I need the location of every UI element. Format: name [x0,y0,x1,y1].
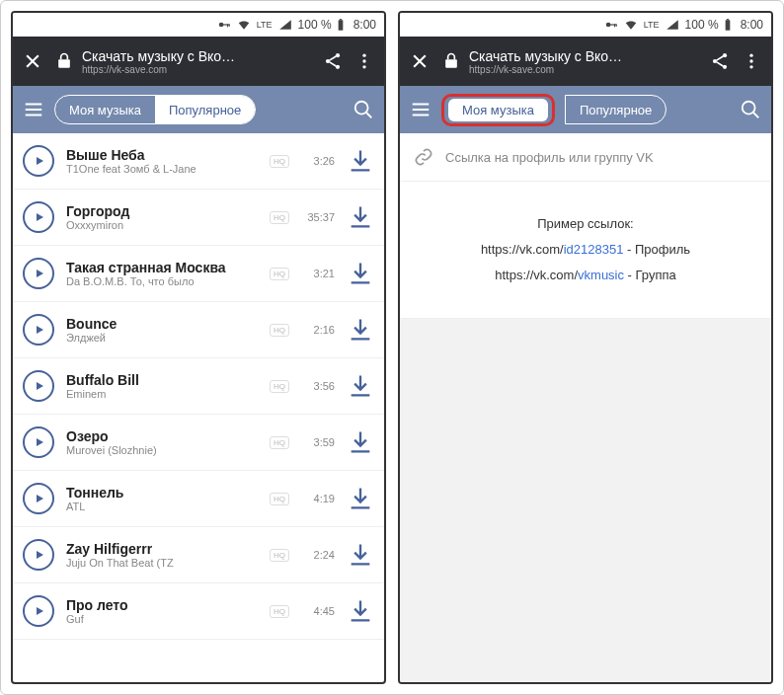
svg-rect-18 [725,20,730,30]
svg-rect-1 [223,24,229,25]
page-url: https://vk-save.com [469,64,622,75]
svg-point-0 [219,23,224,28]
tabs-bar: Моя музыка Популярное [13,86,384,133]
lte-label: LTE [644,21,660,30]
example-profile: https://vk.com/id2128351 - Профиль [414,237,757,263]
track-artist: Da B.O.M.B. То, что было [66,275,258,287]
track-duration: 3:26 [301,155,335,167]
track-row[interactable]: Zay Hilfigerrr Juju On That Beat (TZ HQ … [13,527,384,583]
track-row[interactable]: Bounce Элджей HQ 2:16 [13,302,384,358]
browser-toolbar: Скачать музыку с Вко… https://vk-save.co… [13,37,384,86]
link-input[interactable]: Ссылка на профиль или группу VK [445,150,757,165]
status-bar: LTE 100 % 8:00 [13,13,384,37]
battery: 100 % [685,18,735,32]
play-button[interactable] [23,314,54,346]
key-icon [217,18,231,32]
track-duration: 35:37 [301,211,335,223]
track-artist: Murovei (Slozhnie) [66,444,258,456]
hamburger-icon[interactable] [23,99,44,120]
track-row[interactable]: Такая странная Москва Da B.O.M.B. То, чт… [13,246,384,302]
battery-icon [721,18,735,32]
status-bar: LTE 100 % 8:00 [400,13,771,37]
track-name: Выше Неба [66,147,258,163]
menu-dots-icon[interactable] [354,51,374,71]
svg-point-11 [362,59,365,62]
battery: 100 % [298,18,348,32]
wifi-icon [237,18,251,32]
hq-badge: HQ [270,436,289,449]
example-group-link[interactable]: vkmusic [578,268,624,282]
hq-badge: HQ [270,605,289,618]
track-name: Zay Hilfigerrr [66,541,258,557]
example-profile-link[interactable]: id2128351 [564,242,624,257]
track-duration: 4:45 [301,605,335,617]
close-icon[interactable] [410,51,430,71]
tab-popular[interactable]: Популярное [155,96,255,123]
play-button[interactable] [23,145,54,177]
svg-rect-2 [227,24,228,27]
track-row[interactable]: Про лето Guf HQ 4:45 [13,583,384,640]
page-title: Скачать музыку с Вко… [82,48,235,64]
play-button[interactable] [23,370,54,402]
play-button[interactable] [23,595,54,627]
play-button[interactable] [23,201,54,233]
track-row[interactable]: Выше Неба T1One feat Зомб & L-Jane HQ 3:… [13,133,384,190]
share-icon[interactable] [710,51,730,71]
track-row[interactable]: Тоннель ATL HQ 4:19 [13,471,384,527]
play-button[interactable] [23,258,54,289]
close-icon[interactable] [23,51,42,71]
svg-rect-15 [610,24,616,25]
track-name: Тоннель [66,485,258,501]
hq-badge: HQ [270,324,289,337]
menu-dots-icon[interactable] [742,51,761,71]
svg-rect-16 [614,24,615,27]
track-duration: 3:56 [301,380,335,392]
track-duration: 2:16 [301,324,335,336]
track-name: Bounce [66,316,258,332]
track-row[interactable]: Buffalo Bill Eminem HQ 3:56 [13,358,384,415]
track-artist: Oxxxymiron [66,219,258,231]
track-artist: Juju On That Beat (TZ [66,557,258,569]
svg-rect-3 [228,24,229,26]
battery-icon [334,18,348,32]
hq-badge: HQ [270,549,289,562]
download-button[interactable] [347,428,374,456]
share-icon[interactable] [323,51,343,71]
svg-point-24 [749,54,752,57]
play-button[interactable] [23,483,54,514]
track-row[interactable]: Горгород Oxxxymiron HQ 35:37 [13,190,384,246]
svg-point-26 [749,65,752,68]
download-button[interactable] [347,260,374,287]
download-button[interactable] [347,316,374,344]
track-row[interactable]: Озеро Murovei (Slozhnie) HQ 3:59 [13,415,384,471]
examples-block: Пример ссылок: https://vk.com/id2128351 … [400,182,771,319]
tab-popular[interactable]: Популярное [566,96,666,123]
hq-badge: HQ [270,211,289,224]
track-name: Про лето [66,597,258,613]
track-name: Buffalo Bill [66,372,258,388]
download-button[interactable] [347,372,374,400]
tab-my-music[interactable]: Моя музыка [55,96,155,123]
tabs-pill: Моя музыка Популярное [54,95,256,124]
download-button[interactable] [347,541,374,569]
track-duration: 2:24 [301,549,335,561]
clock: 8:00 [741,18,763,32]
download-button[interactable] [347,203,374,231]
search-icon[interactable] [353,99,374,120]
hamburger-icon[interactable] [410,99,431,120]
play-button[interactable] [23,539,54,571]
example-group: https://vk.com/vkmusic - Группа [414,263,757,288]
hq-badge: HQ [270,380,289,393]
tab-my-music[interactable]: Моя музыка [448,99,548,121]
track-name: Озеро [66,428,258,444]
search-icon[interactable] [740,99,761,120]
track-name: Такая странная Москва [66,260,258,275]
play-button[interactable] [23,426,54,458]
download-button[interactable] [347,485,374,512]
tabs-bar: Моя музыка Популярное [400,86,771,133]
download-button[interactable] [347,597,374,625]
lock-icon [54,51,74,71]
download-button[interactable] [347,147,374,175]
svg-rect-19 [726,19,728,20]
svg-point-10 [362,54,365,57]
